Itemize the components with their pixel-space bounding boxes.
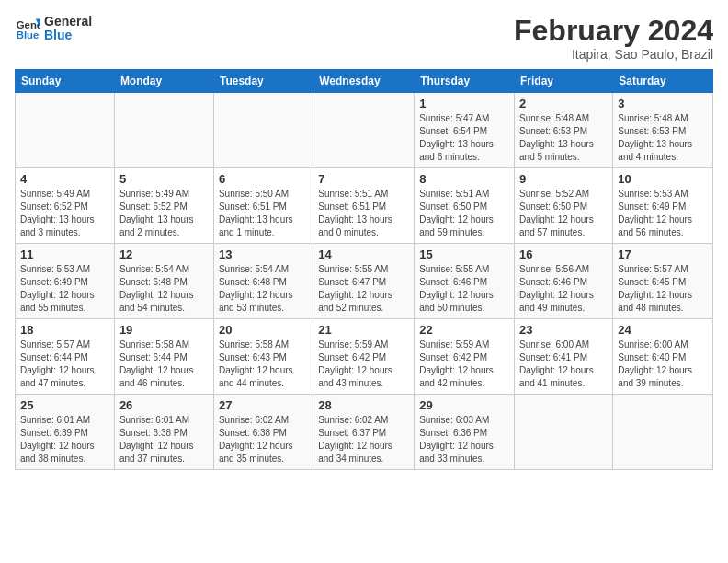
day-cell	[613, 395, 713, 470]
day-info: Sunrise: 6:03 AM Sunset: 6:36 PM Dayligh…	[419, 414, 509, 465]
day-number: 13	[219, 247, 308, 261]
day-number: 7	[318, 172, 409, 186]
day-number: 1	[419, 97, 509, 110]
day-info: Sunrise: 5:51 AM Sunset: 6:51 PM Dayligh…	[318, 188, 409, 239]
day-info: Sunrise: 5:49 AM Sunset: 6:52 PM Dayligh…	[119, 188, 209, 239]
day-cell: 10Sunrise: 5:53 AM Sunset: 6:49 PM Dayli…	[613, 168, 713, 244]
day-cell: 23Sunrise: 6:00 AM Sunset: 6:41 PM Dayli…	[515, 319, 613, 395]
day-info: Sunrise: 6:02 AM Sunset: 6:37 PM Dayligh…	[318, 414, 409, 465]
day-number: 9	[519, 172, 608, 186]
day-cell	[114, 93, 213, 168]
day-info: Sunrise: 5:55 AM Sunset: 6:46 PM Dayligh…	[419, 263, 509, 315]
calendar-body: 1Sunrise: 5:47 AM Sunset: 6:54 PM Daylig…	[16, 93, 713, 470]
day-number: 18	[20, 323, 109, 337]
day-cell: 18Sunrise: 5:57 AM Sunset: 6:44 PM Dayli…	[16, 319, 115, 395]
calendar-title: February 2024	[514, 15, 713, 47]
day-cell: 15Sunrise: 5:55 AM Sunset: 6:46 PM Dayli…	[415, 244, 515, 319]
day-number: 26	[119, 398, 209, 412]
logo-general: General	[44, 15, 92, 29]
day-info: Sunrise: 5:57 AM Sunset: 6:45 PM Dayligh…	[618, 263, 708, 315]
day-cell	[515, 395, 613, 470]
day-info: Sunrise: 5:48 AM Sunset: 6:53 PM Dayligh…	[519, 112, 608, 164]
day-cell: 27Sunrise: 6:02 AM Sunset: 6:38 PM Dayli…	[213, 395, 313, 470]
day-number: 20	[219, 323, 308, 337]
day-cell: 19Sunrise: 5:58 AM Sunset: 6:44 PM Dayli…	[114, 319, 213, 395]
day-number: 2	[519, 97, 608, 110]
week-row-4: 18Sunrise: 5:57 AM Sunset: 6:44 PM Dayli…	[16, 319, 713, 395]
header-day-tuesday: Tuesday	[213, 70, 313, 93]
day-number: 10	[618, 172, 708, 186]
day-cell: 17Sunrise: 5:57 AM Sunset: 6:45 PM Dayli…	[613, 244, 713, 319]
day-info: Sunrise: 6:00 AM Sunset: 6:40 PM Dayligh…	[618, 339, 708, 390]
day-info: Sunrise: 5:51 AM Sunset: 6:50 PM Dayligh…	[419, 188, 509, 239]
logo-icon: General Blue	[15, 16, 40, 41]
day-info: Sunrise: 5:59 AM Sunset: 6:42 PM Dayligh…	[419, 339, 509, 390]
day-cell: 14Sunrise: 5:55 AM Sunset: 6:47 PM Dayli…	[313, 244, 415, 319]
day-number: 27	[219, 398, 308, 412]
day-cell	[313, 93, 415, 168]
header-day-friday: Friday	[515, 70, 613, 93]
day-number: 29	[419, 398, 509, 412]
week-row-1: 1Sunrise: 5:47 AM Sunset: 6:54 PM Daylig…	[16, 93, 713, 168]
calendar-subtitle: Itapira, Sao Paulo, Brazil	[514, 47, 713, 62]
day-number: 16	[519, 247, 608, 261]
page-header: General Blue General Blue February 2024 …	[15, 15, 713, 62]
title-block: February 2024 Itapira, Sao Paulo, Brazil	[514, 15, 713, 62]
calendar-header: SundayMondayTuesdayWednesdayThursdayFrid…	[16, 70, 713, 93]
day-cell: 20Sunrise: 5:58 AM Sunset: 6:43 PM Dayli…	[213, 319, 313, 395]
day-cell: 13Sunrise: 5:54 AM Sunset: 6:48 PM Dayli…	[213, 244, 313, 319]
day-info: Sunrise: 5:58 AM Sunset: 6:43 PM Dayligh…	[219, 339, 308, 390]
day-info: Sunrise: 6:01 AM Sunset: 6:38 PM Dayligh…	[119, 414, 209, 465]
day-info: Sunrise: 5:59 AM Sunset: 6:42 PM Dayligh…	[318, 339, 409, 390]
day-cell: 16Sunrise: 5:56 AM Sunset: 6:46 PM Dayli…	[515, 244, 613, 319]
week-row-5: 25Sunrise: 6:01 AM Sunset: 6:39 PM Dayli…	[16, 395, 713, 470]
day-cell: 8Sunrise: 5:51 AM Sunset: 6:50 PM Daylig…	[415, 168, 515, 244]
day-number: 6	[219, 172, 308, 186]
day-cell: 25Sunrise: 6:01 AM Sunset: 6:39 PM Dayli…	[16, 395, 115, 470]
day-number: 24	[618, 323, 708, 337]
day-info: Sunrise: 6:02 AM Sunset: 6:38 PM Dayligh…	[219, 414, 308, 465]
header-day-wednesday: Wednesday	[313, 70, 415, 93]
day-cell: 22Sunrise: 5:59 AM Sunset: 6:42 PM Dayli…	[415, 319, 515, 395]
day-cell	[16, 93, 115, 168]
day-info: Sunrise: 5:55 AM Sunset: 6:47 PM Dayligh…	[318, 263, 409, 315]
day-info: Sunrise: 5:53 AM Sunset: 6:49 PM Dayligh…	[618, 188, 708, 239]
day-info: Sunrise: 5:57 AM Sunset: 6:44 PM Dayligh…	[20, 339, 109, 390]
day-number: 14	[318, 247, 409, 261]
week-row-2: 4Sunrise: 5:49 AM Sunset: 6:52 PM Daylig…	[16, 168, 713, 244]
day-number: 15	[419, 247, 509, 261]
day-cell: 28Sunrise: 6:02 AM Sunset: 6:37 PM Dayli…	[313, 395, 415, 470]
header-day-monday: Monday	[114, 70, 213, 93]
day-number: 28	[318, 398, 409, 412]
day-cell: 24Sunrise: 6:00 AM Sunset: 6:40 PM Dayli…	[613, 319, 713, 395]
day-info: Sunrise: 5:54 AM Sunset: 6:48 PM Dayligh…	[219, 263, 308, 315]
day-number: 21	[318, 323, 409, 337]
header-row: SundayMondayTuesdayWednesdayThursdayFrid…	[16, 70, 713, 93]
day-cell	[213, 93, 313, 168]
day-cell: 7Sunrise: 5:51 AM Sunset: 6:51 PM Daylig…	[313, 168, 415, 244]
day-info: Sunrise: 5:50 AM Sunset: 6:51 PM Dayligh…	[219, 188, 308, 239]
day-number: 19	[119, 323, 209, 337]
header-day-saturday: Saturday	[613, 70, 713, 93]
day-info: Sunrise: 5:52 AM Sunset: 6:50 PM Dayligh…	[519, 188, 608, 239]
logo-blue: Blue	[44, 29, 92, 42]
day-info: Sunrise: 5:54 AM Sunset: 6:48 PM Dayligh…	[119, 263, 209, 315]
week-row-3: 11Sunrise: 5:53 AM Sunset: 6:49 PM Dayli…	[16, 244, 713, 319]
day-number: 5	[119, 172, 209, 186]
day-info: Sunrise: 6:00 AM Sunset: 6:41 PM Dayligh…	[519, 339, 608, 390]
day-cell: 6Sunrise: 5:50 AM Sunset: 6:51 PM Daylig…	[213, 168, 313, 244]
day-cell: 1Sunrise: 5:47 AM Sunset: 6:54 PM Daylig…	[415, 93, 515, 168]
header-day-thursday: Thursday	[415, 70, 515, 93]
day-info: Sunrise: 5:49 AM Sunset: 6:52 PM Dayligh…	[20, 188, 109, 239]
day-cell: 2Sunrise: 5:48 AM Sunset: 6:53 PM Daylig…	[515, 93, 613, 168]
day-number: 11	[20, 247, 109, 261]
day-cell: 4Sunrise: 5:49 AM Sunset: 6:52 PM Daylig…	[16, 168, 115, 244]
svg-text:Blue: Blue	[17, 29, 40, 40]
day-info: Sunrise: 6:01 AM Sunset: 6:39 PM Dayligh…	[20, 414, 109, 465]
day-number: 8	[419, 172, 509, 186]
day-cell: 29Sunrise: 6:03 AM Sunset: 6:36 PM Dayli…	[415, 395, 515, 470]
day-cell: 21Sunrise: 5:59 AM Sunset: 6:42 PM Dayli…	[313, 319, 415, 395]
day-number: 25	[20, 398, 109, 412]
day-number: 22	[419, 323, 509, 337]
day-info: Sunrise: 5:47 AM Sunset: 6:54 PM Dayligh…	[419, 112, 509, 164]
